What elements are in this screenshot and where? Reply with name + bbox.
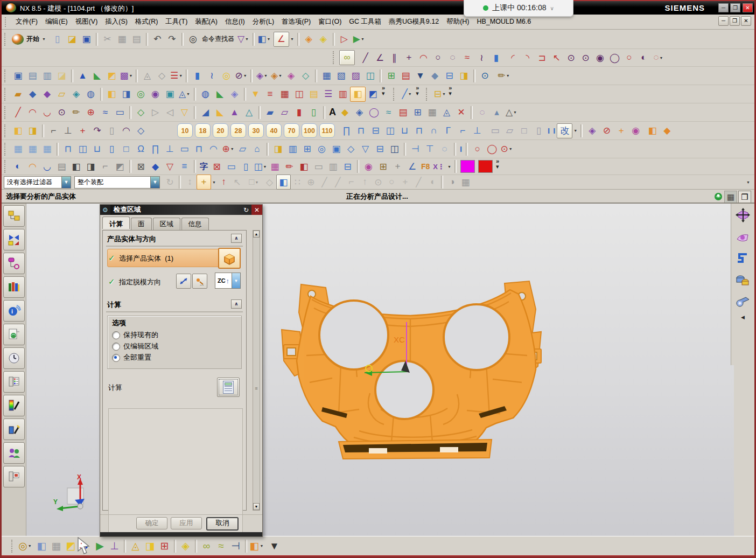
tool-icon[interactable]: ▣: [79, 32, 94, 46]
toolbar-overflow-icon[interactable]: »▾: [416, 85, 419, 96]
tool-icon[interactable]: ⊓: [61, 142, 75, 156]
tool-icon[interactable]: ◇: [134, 124, 148, 138]
tool-icon[interactable]: ◈: [178, 539, 193, 553]
tool-icon[interactable]: ▥: [326, 159, 340, 173]
tool-icon[interactable]: ⊤: [423, 142, 437, 156]
radio-icon[interactable]: [112, 343, 120, 351]
tool-icon[interactable]: ∷: [291, 175, 304, 189]
size-button-100[interactable]: 100: [302, 123, 317, 138]
tool-icon[interactable]: □: [119, 142, 134, 156]
point-dialog-button[interactable]: ...: [192, 274, 207, 289]
cancel-button[interactable]: 取消: [206, 517, 239, 531]
specify-draft-direction-row[interactable]: ✓ 指定脱模方向 ... ZC↑ ▼: [107, 273, 242, 291]
tool-icon[interactable]: ◌▼: [651, 51, 666, 65]
tool-label-命令查找器[interactable]: 命令查找器: [200, 32, 236, 46]
menu-e[interactable]: 编辑(E): [41, 16, 72, 27]
dropdown-arrow-icon[interactable]: ▼: [42, 37, 46, 41]
tool-icon[interactable]: ▯: [104, 142, 119, 156]
tool-icon[interactable]: ◆: [338, 106, 352, 120]
tool-icon[interactable]: ◫: [387, 142, 402, 156]
history-palette-icon[interactable]: [3, 324, 25, 345]
tool-icon[interactable]: ☰: [321, 87, 335, 101]
tool-icon[interactable]: ◌: [437, 142, 452, 156]
tool-icon[interactable]: ▦: [425, 106, 439, 120]
tool-icon[interactable]: ◨: [25, 124, 40, 138]
tool-label-A[interactable]: A: [327, 106, 338, 120]
tool-label-I[interactable]: I: [458, 142, 464, 156]
tool-icon[interactable]: ◣: [213, 87, 227, 101]
tool-icon[interactable]: ◎: [314, 142, 329, 156]
dropdown-arrow-icon[interactable]: ▼: [447, 165, 451, 169]
tool-icon[interactable]: ◎▼: [18, 539, 32, 553]
tool-icon[interactable]: ▱: [54, 87, 69, 101]
selection-scope-combo[interactable]: 整个装配 ▼: [74, 176, 160, 189]
tool-icon[interactable]: ◩: [366, 87, 380, 101]
tool-icon[interactable]: ⊠: [209, 159, 224, 173]
mdi-minimize-button[interactable]: ─: [718, 16, 729, 26]
tool-icon[interactable]: ◠: [25, 106, 40, 120]
tool-icon[interactable]: ▯: [104, 124, 119, 138]
web-browser-icon[interactable]: i: [3, 300, 25, 322]
tool-icon[interactable]: ☰▼: [169, 69, 184, 83]
dialog-reset-button[interactable]: ↻: [241, 205, 251, 215]
tool-icon[interactable]: ◇: [298, 69, 313, 83]
tool-icon[interactable]: ↖: [230, 175, 244, 189]
tool-icon[interactable]: ◠: [25, 159, 40, 173]
tool-icon[interactable]: ◪: [54, 69, 69, 83]
tool-icon[interactable]: ⌂: [250, 142, 264, 156]
tool-icon[interactable]: ▦: [277, 87, 292, 101]
tool-icon[interactable]: ∏: [148, 142, 163, 156]
tool-icon[interactable]: ↷: [165, 32, 179, 46]
tool-icon[interactable]: ✂: [100, 32, 115, 46]
assembly-navigator-icon[interactable]: [3, 205, 25, 227]
menu-h[interactable]: 帮助(H): [443, 16, 473, 27]
tool-icon[interactable]: ≀: [205, 69, 219, 83]
tool-icon[interactable]: ▧: [334, 69, 348, 83]
section-product-body-direction[interactable]: 产品实体与方向 ∧: [106, 233, 243, 247]
tool-icon[interactable]: ↷: [90, 124, 104, 138]
tool-icon[interactable]: ◐: [636, 51, 651, 65]
tool-icon[interactable]: ◝: [520, 51, 535, 65]
tool-icon[interactable]: +: [398, 175, 412, 189]
tool-icon[interactable]: ▼: [248, 87, 263, 101]
tool-icon[interactable]: ╱▼: [400, 87, 414, 101]
tool-icon[interactable]: ◨: [119, 87, 134, 101]
tool-icon[interactable]: ▤: [306, 87, 321, 101]
tool-icon[interactable]: ◩: [113, 159, 127, 173]
tool-icon[interactable]: ∥: [387, 51, 402, 65]
tool-icon[interactable]: ⊟▼: [432, 87, 447, 101]
tool-icon[interactable]: ▮: [489, 51, 503, 65]
tool-icon[interactable]: ╱: [331, 175, 345, 189]
tool-icon[interactable]: ⊥: [61, 124, 75, 138]
tool-icon[interactable]: ◧: [276, 175, 291, 190]
tool-icon[interactable]: ∩: [426, 124, 441, 138]
tool-icon[interactable]: ▽▼: [236, 32, 250, 46]
routing-pipe-icon[interactable]: [734, 249, 752, 268]
toolbar-drag-grip[interactable]: [4, 124, 8, 137]
tool-icon[interactable]: ╱: [318, 175, 331, 189]
tool-icon[interactable]: ↶: [150, 32, 165, 46]
tool-icon[interactable]: ▭: [224, 159, 239, 173]
tool-icon[interactable]: ▥: [335, 87, 350, 101]
mdi-close-button[interactable]: ✕: [741, 16, 751, 26]
menu-s[interactable]: 插入(S): [101, 16, 131, 27]
tool-icon[interactable]: ◉: [148, 87, 163, 101]
select-product-body-row[interactable]: ✓ 选择产品实体 (1): [107, 249, 242, 267]
tool-icon[interactable]: ◢: [198, 106, 213, 120]
tool-icon[interactable]: ↻: [163, 175, 177, 189]
tool-icon[interactable]: ◯: [607, 51, 622, 65]
tool-icon[interactable]: ▯: [531, 124, 546, 138]
tool-icon[interactable]: Γ: [441, 124, 456, 138]
tool-icon[interactable]: +: [402, 51, 416, 65]
tool-icon[interactable]: ◈: [284, 69, 298, 83]
tool-icon[interactable]: ◈: [69, 87, 83, 101]
tool-icon[interactable]: ∞: [339, 50, 355, 65]
tool-icon[interactable]: ◨: [83, 159, 98, 173]
tool-icon[interactable]: ◬: [439, 106, 454, 120]
tool-icon[interactable]: Ω: [134, 142, 148, 156]
vector-dialog-button[interactable]: [176, 274, 191, 289]
size-button-30[interactable]: 30: [248, 123, 264, 138]
nx-start-icon[interactable]: [12, 34, 24, 45]
tool-icon[interactable]: ⊙▼: [499, 142, 514, 156]
tool-label-F8[interactable]: F8: [419, 159, 431, 173]
